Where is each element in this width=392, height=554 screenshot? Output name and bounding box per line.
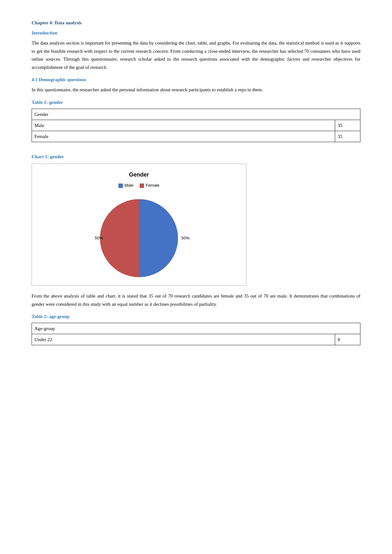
table-row: Male 35	[32, 120, 360, 131]
chart1-container: Gender Male Female 50%	[32, 164, 246, 286]
table2-header-row: Age-group	[32, 323, 360, 334]
legend-female-label: Female	[146, 182, 159, 189]
pie-label-left: 50%	[95, 235, 103, 242]
table1-row1-label: Male	[32, 120, 335, 131]
table-row: Under 22 8	[32, 334, 360, 345]
table1: Gender Male 35 Female 35	[32, 109, 360, 142]
table1-header: Gender	[32, 109, 360, 120]
legend-female-color	[140, 184, 144, 188]
table1-row2-label: Female	[32, 131, 335, 142]
table2-row1-label: Under 22	[32, 334, 335, 345]
pie-chart-area: 50% 50%	[35, 194, 243, 282]
demographic-body: In this questionnaire, the researcher as…	[32, 86, 360, 94]
chart1-caption: Chart 1: gender	[32, 153, 360, 160]
table-row: Female 35	[32, 131, 360, 142]
table1-header-row: Gender	[32, 109, 360, 120]
legend-male-label: Male	[124, 182, 133, 189]
table2: Age-group Under 22 8	[32, 323, 360, 345]
legend-male: Male	[118, 182, 133, 189]
legend-male-color	[118, 184, 123, 188]
chart1-title: Gender	[35, 170, 243, 179]
legend-female: Female	[140, 182, 159, 189]
chapter-title: Chapter 4: Data analysis	[32, 19, 360, 27]
table1-row1-value: 35	[335, 120, 360, 131]
introduction-body: The data analysis section is important f…	[32, 39, 360, 71]
table2-header: Age-group	[32, 323, 360, 334]
page: Chapter 4: Data analysis Introduction Th…	[0, 0, 392, 554]
introduction-heading: Introduction	[32, 29, 360, 37]
table1-caption: Table 1: gender	[32, 99, 360, 106]
analysis1-body: From the above analysis of table and cha…	[32, 292, 360, 308]
pie-svg	[98, 197, 180, 279]
table2-row1-value: 8	[335, 334, 360, 345]
chart1-legend: Male Female	[35, 182, 243, 189]
pie-wrapper: 50% 50%	[98, 197, 180, 279]
demographic-heading: 4.1 Demographic questions	[32, 76, 360, 83]
pie-label-right: 50%	[181, 235, 190, 242]
table2-caption: Table 2: age-group	[32, 313, 360, 320]
table1-row2-value: 35	[335, 131, 360, 142]
